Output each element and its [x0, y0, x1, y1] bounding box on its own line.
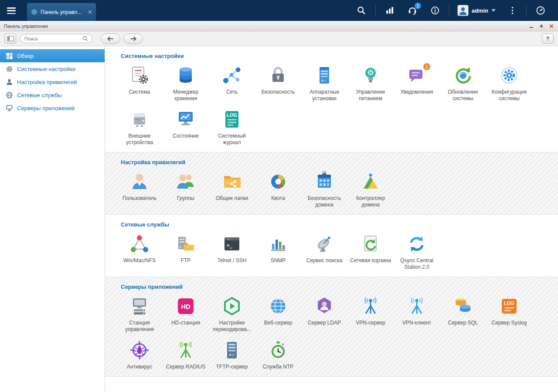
tile-radius-server[interactable]: Сервер RADIUS	[163, 340, 209, 370]
tile-label: Сервер LDAP	[308, 320, 341, 326]
tile-external[interactable]: Внешние устройства	[116, 109, 163, 146]
svg-text:LOG: LOG	[504, 301, 514, 306]
helpdesk-icon[interactable]: 1	[407, 5, 418, 16]
sidebar-item-application-servers[interactable]: Серверы приложений	[0, 101, 105, 115]
snmp-icon	[268, 233, 289, 254]
tile-groups[interactable]: Группы	[163, 171, 209, 208]
sb-server-icon	[6, 105, 13, 112]
tile-vpn-server[interactable]: VPN-сервер	[347, 296, 394, 333]
search-input[interactable]	[24, 36, 81, 41]
groups-icon	[175, 171, 196, 192]
sidebar-item-overview[interactable]: Обзор	[0, 49, 105, 62]
tile-security[interactable]: Безопасность	[255, 65, 301, 102]
tile-transcoding[interactable]: Настройки перекодирова...	[209, 296, 255, 333]
tile-label: Общие папки	[216, 195, 248, 202]
tile-search-service[interactable]: Сервис поиска	[301, 233, 347, 270]
background-tasks-icon[interactable]	[384, 5, 395, 16]
topbar-actions: 1 admin	[350, 0, 558, 21]
tile-config[interactable]: Конфигурация системы	[486, 65, 532, 102]
toolbar: ?	[0, 31, 558, 46]
tile-domain-controller[interactable]: Контроллер домена	[347, 171, 394, 208]
tile-hardware[interactable]: Аппаратные установки	[301, 65, 347, 102]
tile-hd-station[interactable]: HD HD-станция	[163, 296, 209, 333]
hardware-icon	[314, 65, 335, 86]
window-titlebar: Панель управления	[0, 21, 558, 31]
sidebar-item-network-services[interactable]: Сетевые службы	[0, 88, 105, 101]
transcoding-icon	[221, 296, 242, 317]
tab-control-panel[interactable]: Панель управл...	[27, 3, 96, 21]
tile-snmp[interactable]: SNMP	[255, 233, 301, 270]
tile-label: HD-станция	[171, 320, 200, 326]
tile-label: Безопасность	[262, 89, 295, 95]
tab-close-icon[interactable]	[88, 10, 92, 14]
antivirus-icon	[129, 340, 150, 361]
tile-antivirus[interactable]: Антивирус	[116, 340, 163, 370]
sidebar-item-label: Сетевые службы	[17, 92, 62, 98]
user-avatar-icon	[457, 5, 469, 16]
power-icon	[360, 65, 381, 86]
toolbar-search[interactable]	[20, 34, 92, 43]
search-icon	[82, 36, 88, 41]
tile-system-log[interactable]: LOG Системный журнал	[209, 109, 255, 146]
tile-user[interactable]: Пользователь	[116, 171, 163, 208]
tile-label: Системный журнал	[209, 133, 255, 146]
tile-win-mac-nfs[interactable]: Win/Mac/NFS	[116, 233, 163, 270]
dashboard-icon[interactable]	[535, 5, 546, 16]
tile-vpn-client[interactable]: VPN-клиент	[394, 296, 440, 333]
tile-network[interactable]: Сеть	[209, 65, 255, 102]
sidebar-item-privilege-settings[interactable]: Настройка привилегий	[0, 75, 105, 88]
tile-update[interactable]: Обновление системы	[440, 65, 486, 102]
search-service-icon	[314, 233, 335, 254]
tile-recycle-bin[interactable]: Сетевая корзина	[347, 233, 394, 270]
telnet-ssh-icon: >_	[221, 233, 242, 254]
tile-label: Сервер Syslog	[492, 320, 527, 326]
tile-qsync[interactable]: Qsync Central Station 2.0	[394, 233, 440, 270]
storage-icon	[175, 65, 196, 86]
tile-power[interactable]: Управление питанием	[347, 65, 394, 102]
tile-label: Контроллер домена	[348, 195, 393, 208]
close-button[interactable]	[548, 23, 554, 29]
forward-button[interactable]	[123, 34, 143, 44]
info-icon[interactable]	[429, 5, 441, 16]
tile-notifications[interactable]: 1 Уведомления	[394, 65, 440, 102]
main-menu-button[interactable]	[7, 7, 16, 14]
minimize-button[interactable]	[528, 23, 534, 29]
tile-status[interactable]: Состояние	[163, 109, 209, 146]
system-icon	[129, 65, 150, 86]
tile-ldap-server[interactable]: Сервер LDAP	[301, 296, 347, 333]
tile-quota[interactable]: Квота	[255, 171, 301, 208]
ntp-service-icon	[268, 340, 289, 361]
tile-ftp[interactable]: FTP	[163, 233, 209, 270]
tile-domain-security[interactable]: Безопасность домена	[301, 171, 347, 208]
search-icon[interactable]	[356, 5, 367, 16]
tile-syslog-server[interactable]: LOG Сервер Syslog	[486, 296, 532, 333]
more-menu-icon[interactable]	[507, 5, 518, 16]
nav-buttons	[101, 34, 143, 44]
sidebar-item-system-settings[interactable]: Системные настройки	[0, 62, 105, 75]
window-title: Панель управления	[4, 24, 48, 29]
sb-overview-icon	[6, 52, 13, 60]
tile-label: VPN-клиент	[402, 320, 432, 326]
section-title: Настройка привилегий	[121, 159, 558, 166]
sidebar-toggle-button[interactable]	[4, 34, 16, 44]
tile-web-server[interactable]: Веб-сервер	[255, 296, 301, 333]
tile-label: Состояние	[173, 133, 199, 139]
tile-label: Сервис поиска	[306, 257, 343, 264]
tile-label: Сеть	[226, 89, 238, 95]
maximize-button[interactable]	[538, 23, 544, 29]
tile-management-station[interactable]: Станция управления	[116, 296, 163, 333]
tile-shared-folders[interactable]: Общие папки	[209, 171, 255, 208]
notification-badge: 1	[423, 63, 430, 70]
tile-storage[interactable]: Менеджер хранения	[163, 65, 209, 102]
user-menu[interactable]: admin	[457, 5, 496, 16]
tile-system[interactable]: Система	[116, 65, 163, 102]
caret-down-icon	[491, 9, 496, 12]
vpn-client-icon	[406, 296, 427, 317]
help-button[interactable]: ?	[542, 34, 554, 44]
tile-sql-server[interactable]: Сервер SQL	[440, 296, 486, 333]
tile-telnet-ssh[interactable]: >_ Telnet / SSH	[209, 233, 255, 270]
back-button[interactable]	[101, 34, 120, 44]
tile-tftp-server[interactable]: TFTP-сервер	[209, 340, 255, 370]
section-title: Сетевые службы	[121, 221, 558, 228]
tile-ntp-service[interactable]: Служба NTP	[255, 340, 301, 370]
